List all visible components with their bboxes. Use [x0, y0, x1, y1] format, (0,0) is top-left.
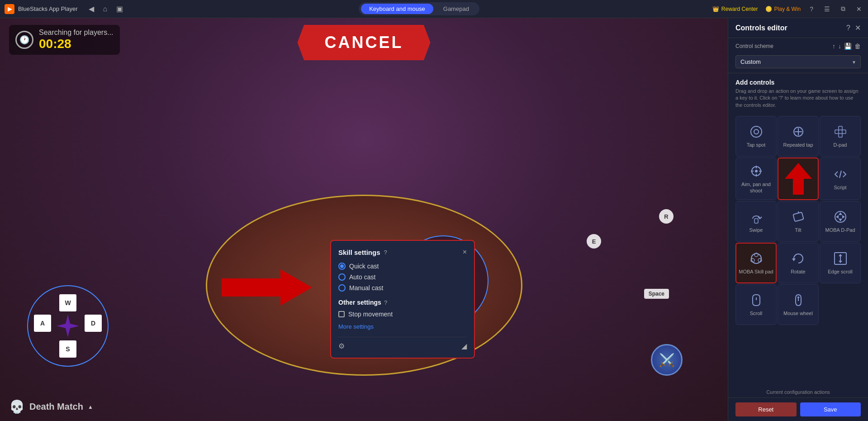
hero-avatar: ⚔️: [651, 344, 683, 376]
panel-title-icons: ? ✕: [846, 24, 861, 32]
d-pad-icon: [833, 124, 848, 139]
control-swipe[interactable]: Swipe: [735, 201, 777, 242]
svg-point-9: [755, 170, 758, 172]
key-d[interactable]: D: [85, 315, 102, 332]
manual-cast-radio[interactable]: [338, 284, 346, 292]
aim-icon: [749, 164, 764, 178]
controls-grid: Tap spot Repeated tap: [735, 116, 861, 325]
add-controls-desc: Drag and drop an action on your game scr…: [735, 88, 861, 109]
play-win-button[interactable]: 🪙 Play & Win: [765, 6, 801, 12]
auto-cast-label: Auto cast: [349, 273, 375, 281]
moba-skill-pad-icon: [749, 251, 764, 266]
menu-button[interactable]: ☰: [822, 5, 832, 13]
quick-cast-radio[interactable]: [338, 263, 346, 270]
scheme-select[interactable]: Custom: [735, 55, 861, 68]
repeated-tap-icon: [791, 124, 806, 139]
control-aim-pan-shoot[interactable]: Aim, pan and shoot: [735, 158, 777, 200]
control-repeated-tap[interactable]: Repeated tap: [778, 116, 819, 157]
popup-footer: ⚙ ◢: [338, 337, 467, 350]
control-arrow-highlighted: [778, 158, 819, 200]
svg-point-1: [751, 126, 762, 137]
control-mouse-wheel[interactable]: Mouse wheel: [778, 284, 819, 325]
svg-marker-31: [839, 254, 842, 256]
control-moba-skill-pad[interactable]: MOBA Skill pad: [735, 243, 777, 283]
manual-cast-option[interactable]: Manual cast: [338, 284, 467, 292]
more-settings-link[interactable]: More settings: [338, 323, 374, 330]
mouse-wheel-icon: [791, 293, 806, 307]
panel-title: Controls editor: [735, 24, 787, 32]
panel-close-button[interactable]: ✕: [855, 24, 861, 32]
skill-popup: Skill settings ? × Quick cast Auto cast …: [330, 240, 475, 359]
scheme-download-button[interactable]: ↓: [838, 43, 841, 50]
dpad-control: W A D S: [27, 285, 109, 367]
cast-options-group: Quick cast Auto cast Manual cast: [338, 263, 467, 292]
edge-scroll-icon: [833, 251, 848, 266]
cancel-button[interactable]: CANCEL: [298, 25, 431, 60]
restore-button[interactable]: ⧉: [839, 5, 847, 13]
tab-area: Keyboard and mouse Gamepad: [359, 2, 479, 15]
control-tilt[interactable]: Tilt: [778, 201, 819, 242]
scheme-delete-button[interactable]: 🗑: [854, 43, 861, 50]
scheme-save-button[interactable]: 💾: [844, 43, 852, 50]
repeated-tap-label: Repeated tap: [783, 142, 813, 148]
add-controls-section: Add controls Drag and drop an action on …: [728, 73, 868, 387]
key-r-indicator[interactable]: R: [659, 209, 674, 224]
svg-rect-16: [754, 219, 758, 223]
home-button[interactable]: ⌂: [100, 5, 110, 13]
key-w[interactable]: W: [59, 294, 76, 311]
other-settings-help-icon[interactable]: ?: [384, 299, 387, 306]
reset-button[interactable]: Reset: [735, 402, 797, 416]
tab-gamepad[interactable]: Gamepad: [435, 4, 477, 14]
svg-marker-28: [792, 258, 796, 261]
tilt-label: Tilt: [795, 227, 801, 233]
svg-rect-5: [839, 134, 842, 137]
key-space-indicator[interactable]: Space: [644, 289, 669, 299]
svg-marker-14: [785, 163, 812, 195]
window-button[interactable]: ▣: [114, 5, 126, 13]
help-button[interactable]: ?: [808, 5, 815, 13]
svg-marker-32: [839, 261, 842, 263]
key-e-indicator[interactable]: E: [587, 234, 601, 249]
auto-cast-option[interactable]: Auto cast: [338, 273, 467, 281]
svg-marker-0: [222, 269, 312, 306]
death-match-area: 💀 Death Match ▲: [9, 399, 93, 414]
svg-rect-4: [839, 126, 842, 130]
save-button[interactable]: Save: [800, 402, 861, 416]
swipe-icon: [749, 210, 764, 224]
add-controls-title: Add controls: [735, 79, 861, 86]
key-a[interactable]: A: [34, 315, 51, 332]
control-tap-spot[interactable]: Tap spot: [735, 116, 777, 157]
quick-cast-option[interactable]: Quick cast: [338, 263, 467, 270]
app-name: BlueStacks App Player: [18, 5, 78, 12]
red-arrow-pointer: [222, 269, 312, 307]
popup-help-icon[interactable]: ?: [384, 249, 387, 256]
control-edge-scroll[interactable]: Edge scroll: [820, 243, 861, 283]
control-scroll[interactable]: Scroll: [735, 284, 777, 325]
tab-keyboard-mouse[interactable]: Keyboard and mouse: [361, 4, 433, 14]
control-rotate[interactable]: Rotate: [778, 243, 819, 283]
svg-marker-20: [839, 212, 842, 215]
scheme-upload-button[interactable]: ↑: [832, 43, 835, 50]
control-script[interactable]: Script: [820, 158, 861, 200]
script-label: Script: [834, 184, 846, 191]
stop-movement-option[interactable]: Stop movement: [338, 311, 467, 318]
manual-cast-label: Manual cast: [349, 284, 383, 292]
moba-skill-pad-label: MOBA Skill pad: [739, 268, 773, 275]
settings-gear-icon[interactable]: ⚙: [338, 342, 345, 350]
auto-cast-radio[interactable]: [338, 273, 346, 281]
moba-d-pad-label: MOBA D-Pad: [825, 227, 855, 233]
popup-header: Skill settings ? ×: [338, 248, 467, 256]
panel-help-button[interactable]: ?: [846, 24, 850, 32]
aim-pan-shoot-label: Aim, pan and shoot: [738, 181, 774, 194]
crown-icon: 👑: [712, 6, 719, 12]
control-d-pad[interactable]: D-pad: [820, 116, 861, 157]
popup-title: Skill settings: [338, 249, 380, 256]
reward-center-button[interactable]: 👑 Reward Center: [712, 6, 758, 12]
popup-close-button[interactable]: ×: [463, 248, 467, 256]
control-moba-d-pad[interactable]: MOBA D-Pad: [820, 201, 861, 242]
death-match-text: Death Match: [29, 402, 83, 412]
close-button[interactable]: ✕: [854, 5, 863, 13]
stop-movement-checkbox[interactable]: [338, 311, 345, 317]
back-button[interactable]: ◀: [86, 5, 97, 13]
key-s[interactable]: S: [59, 340, 76, 358]
